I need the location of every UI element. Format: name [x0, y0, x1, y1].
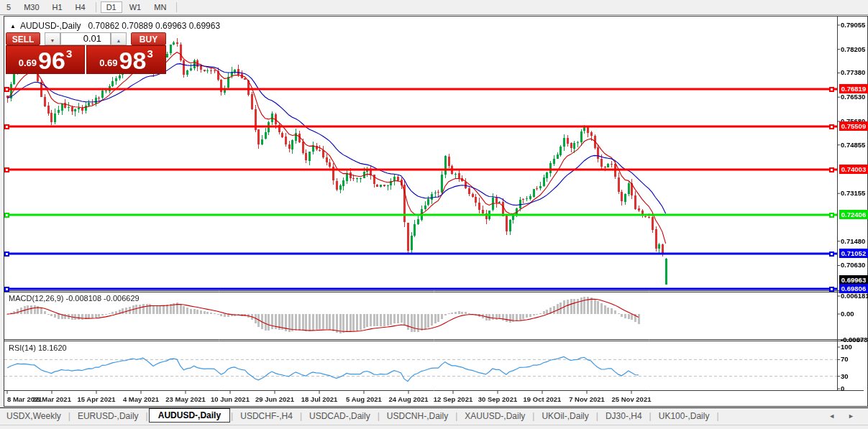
chart-tab-bar: USDX,Weekly|EURUSD-,Daily|AUDUSD-,Daily|…	[0, 407, 868, 424]
chart-tab-usdx-weekly[interactable]: USDX,Weekly	[0, 410, 68, 423]
hline-price-tag: 0.72406	[839, 210, 868, 219]
date-axis-label: 5 Aug 2021	[346, 395, 382, 403]
macd-axis-tick: 0.00	[841, 310, 854, 318]
tab-scroll-right-icon[interactable]: ►	[841, 412, 861, 420]
hline-price-tag: 0.76819	[839, 84, 868, 93]
tab-separator: |	[716, 411, 719, 421]
price-axis-tick: 0.76530	[841, 93, 865, 101]
date-axis-label: 18 Jul 2021	[301, 395, 338, 403]
status-bar	[0, 425, 868, 429]
date-axis-label: 30 Sep 2021	[478, 395, 517, 403]
rsi-axis-tick: 0	[841, 384, 844, 392]
volume-increase-button[interactable]: ▲	[111, 32, 127, 45]
tab-scroll-arrows: ◄►	[822, 412, 868, 420]
sell-price-small: 0.69	[19, 57, 37, 68]
chart-tab-usdcnh-daily[interactable]: USDCNH-,Daily	[380, 410, 454, 423]
hline-price-tag: 0.71052	[839, 249, 868, 258]
price-axis-tick: 0.71480	[841, 237, 865, 245]
chart-ohlc-values: 0.70862 0.70889 0.69963 0.69963	[88, 21, 221, 31]
hline-price-tag: 0.74003	[839, 165, 868, 174]
volume-decrease-button[interactable]: ▼	[45, 32, 60, 45]
mt4-terminal: 5M30H1H4D1W1MN ▲AUDUSD-,Daily0.70862 0.7…	[0, 0, 868, 429]
price-axis-tick: 0.78205	[841, 45, 865, 53]
sell-price-big: 96	[38, 49, 65, 72]
date-axis-label: 26 Mar 2021	[32, 395, 71, 403]
date-axis-label: 25 Nov 2021	[612, 395, 652, 403]
buy-price-big: 98	[119, 49, 147, 72]
hline-price-tag: 0.75509	[839, 121, 868, 131]
triangle-up-icon: ▲	[117, 38, 122, 43]
date-axis-label: 15 Apr 2021	[78, 395, 116, 403]
price-axis-tick: 0.74855	[841, 141, 865, 149]
buy-button[interactable]: BUY	[131, 32, 166, 45]
chart-tab-audusd-daily[interactable]: AUDUSD-,Daily	[149, 408, 230, 423]
date-axis-label: 29 Jun 2021	[255, 395, 294, 403]
buy-price-small: 0.69	[99, 57, 117, 68]
price-axis-tick: 0.77380	[841, 68, 865, 76]
rsi-axis-tick: 30	[841, 372, 849, 380]
chart-tab-usdcad-daily[interactable]: USDCAD-,Daily	[303, 410, 377, 423]
current-price-tag: 0.69963	[839, 275, 868, 285]
rsi-indicator-label: RSI(14) 18.1620	[9, 343, 67, 352]
rsi-axis-tick: 100	[841, 343, 852, 351]
sell-price-sup: 3	[66, 47, 72, 60]
date-axis-label: 23 May 2021	[165, 395, 205, 403]
volume-input[interactable]: 0.01	[60, 32, 111, 45]
date-axis-label: 24 Aug 2021	[388, 395, 428, 403]
tab-scroll-left-icon[interactable]: ◄	[822, 412, 841, 420]
sell-price-display[interactable]: 0.69 96 3	[6, 45, 85, 74]
price-axis-tick: 0.73155	[841, 189, 865, 197]
sell-button[interactable]: SELL	[6, 32, 40, 45]
chart-symbol-label: AUDUSD-,Daily	[20, 21, 81, 31]
date-axis-label: 10 Jun 2021	[211, 395, 250, 403]
buy-price-sup: 3	[147, 47, 152, 60]
date-axis-label: 4 May 2021	[123, 395, 159, 403]
date-axis-label: 12 Sep 2021	[434, 395, 472, 403]
buy-price-display[interactable]: 0.69 98 3	[86, 45, 166, 74]
price-axis-tick: 0.70630	[841, 261, 865, 269]
macd-axis-tick: -0.00878	[841, 336, 868, 343]
rsi-axis-tick: 70	[841, 355, 849, 363]
one-click-trading-panel: SELL ▼ 0.01 ▲ BUY 0.69 96 3 0.69 98 3	[6, 32, 166, 74]
collapse-trade-panel-icon[interactable]: ▲	[10, 23, 16, 29]
chart-tab-xauusd-daily[interactable]: XAUUSD-,Daily	[458, 410, 531, 423]
chart-tab-eurusd-daily[interactable]: EURUSD-,Daily	[71, 410, 145, 423]
chart-tab-dj30-h4[interactable]: DJ30-,H4	[599, 410, 649, 423]
chart-tab-uk100-daily[interactable]: UK100-,Daily	[652, 410, 716, 423]
chart-tab-ukoil-daily[interactable]: UKOil-,Daily	[535, 410, 595, 423]
triangle-down-icon: ▼	[50, 38, 55, 43]
chart-title-bar: ▲AUDUSD-,Daily0.70862 0.70889 0.69963 0.…	[10, 21, 220, 31]
hline-price-tag: 0.69806	[839, 284, 868, 293]
price-axis-tick: 0.79055	[841, 21, 865, 29]
date-axis-label: 19 Oct 2021	[524, 395, 562, 403]
macd-indicator-label: MACD(12,26,9) -0.008108 -0.006629	[9, 294, 140, 303]
chart-tab-usdchf-h4[interactable]: USDCHF-,H4	[234, 410, 299, 423]
date-axis-label: 7 Nov 2021	[569, 395, 605, 403]
